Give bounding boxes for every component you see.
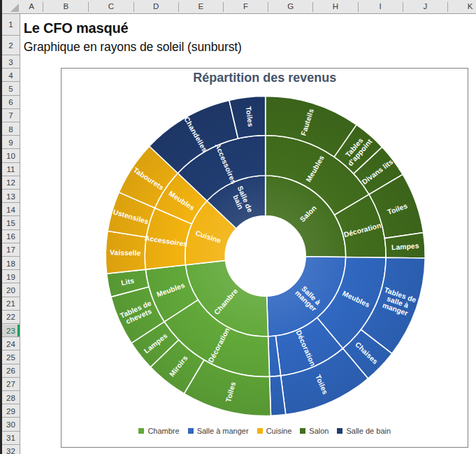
- row-header-28[interactable]: 28: [2, 392, 20, 404]
- cell-a2-subtitle[interactable]: Graphique en rayons de soleil (sunburst): [24, 40, 242, 55]
- column-header-F[interactable]: F: [223, 0, 268, 13]
- legend-swatch-icon: [138, 428, 144, 434]
- row-headers: 1234567891011121314151617181920212223242…: [2, 14, 20, 454]
- row-header-2[interactable]: 2: [2, 36, 20, 55]
- row-header-4[interactable]: 4: [2, 69, 20, 82]
- column-header-C[interactable]: C: [89, 0, 134, 13]
- legend-label: Chambre: [147, 427, 179, 435]
- legend-item-cuisine[interactable]: Cuisine: [257, 427, 292, 435]
- column-header-separator: [223, 2, 224, 12]
- column-header-separator: [403, 2, 403, 12]
- legend-item-chambre[interactable]: Chambre: [138, 427, 179, 435]
- column-header-G[interactable]: G: [268, 0, 313, 13]
- column-header-separator: [134, 2, 134, 12]
- legend-swatch-icon: [337, 428, 342, 434]
- row-header-23[interactable]: 23: [2, 325, 20, 337]
- column-header-separator: [268, 2, 268, 12]
- row-header-16[interactable]: 16: [2, 231, 20, 243]
- row-header-8[interactable]: 8: [2, 123, 20, 136]
- select-all-triangle-icon: [10, 3, 19, 12]
- column-header-A[interactable]: A: [20, 0, 43, 13]
- column-header-separator: [88, 2, 89, 12]
- column-header-J[interactable]: J: [403, 0, 447, 13]
- column-header-separator: [447, 2, 448, 12]
- row-header-3[interactable]: 3: [2, 56, 20, 69]
- select-all-button[interactable]: [2, 0, 20, 14]
- sunburst-chart-object[interactable]: Répartition des revenus SalonMeublesFaut…: [61, 68, 469, 448]
- legend-item-salle-de-bain[interactable]: Salle de bain: [337, 427, 391, 435]
- row-header-31[interactable]: 31: [2, 432, 20, 445]
- column-header-separator: [358, 2, 359, 12]
- column-header-B[interactable]: B: [43, 0, 89, 13]
- legend-label: Cuisine: [266, 427, 292, 435]
- row-header-12[interactable]: 12: [2, 177, 20, 190]
- row-header-11[interactable]: 11: [2, 164, 20, 176]
- column-header-I[interactable]: I: [358, 0, 403, 13]
- column-header-separator: [312, 2, 313, 12]
- legend-swatch-icon: [188, 428, 194, 434]
- row-header-22[interactable]: 22: [2, 311, 20, 324]
- row-header-27[interactable]: 27: [2, 378, 20, 391]
- row-header-18[interactable]: 18: [2, 257, 20, 270]
- legend-swatch-icon: [300, 428, 305, 434]
- row-header-29[interactable]: 29: [2, 405, 20, 418]
- legend-swatch-icon: [257, 428, 263, 434]
- legend-item-salle-manger[interactable]: Salle à manger: [188, 427, 249, 435]
- excel-worksheet: ABCDEFGHIJK 1234567891011121314151617181…: [0, 0, 476, 454]
- legend-label: Salon: [309, 427, 329, 435]
- legend-item-salon[interactable]: Salon: [300, 427, 329, 435]
- row-header-17[interactable]: 17: [2, 244, 20, 257]
- row-header-24[interactable]: 24: [2, 338, 20, 350]
- column-header-D[interactable]: D: [134, 0, 178, 13]
- column-header-E[interactable]: E: [178, 0, 223, 13]
- sheet-area[interactable]: Le CFO masqué Graphique en rayons de sol…: [20, 14, 476, 454]
- row-header-10[interactable]: 10: [2, 150, 20, 162]
- legend-label: Salle à manger: [197, 427, 249, 435]
- chart-legend: ChambreSalle à mangerCuisineSalonSalle d…: [62, 427, 468, 435]
- legend-label: Salle de bain: [346, 427, 391, 435]
- row-header-30[interactable]: 30: [2, 418, 20, 431]
- row-header-9[interactable]: 9: [2, 136, 20, 149]
- row-header-25[interactable]: 25: [2, 351, 20, 364]
- row-header-21[interactable]: 21: [2, 298, 20, 311]
- cell-a1-title[interactable]: Le CFO masqué: [24, 20, 129, 36]
- row-header-15[interactable]: 15: [2, 217, 20, 229]
- row-header-26[interactable]: 26: [2, 365, 20, 378]
- column-header-separator: [178, 2, 179, 12]
- row-header-19[interactable]: 19: [2, 271, 20, 283]
- row-header-5[interactable]: 5: [2, 83, 20, 95]
- row-header-7[interactable]: 7: [2, 110, 20, 122]
- sunburst-plot: SalonMeublesFauteilsTablesd'appointDivan…: [62, 69, 469, 448]
- column-header-H[interactable]: H: [313, 0, 358, 13]
- row-header-1[interactable]: 1: [2, 14, 20, 36]
- slice-label-Vaisselle: Vaisselle: [110, 248, 141, 257]
- row-header-14[interactable]: 14: [2, 204, 20, 216]
- column-headers: ABCDEFGHIJK: [20, 0, 476, 14]
- column-header-K[interactable]: K: [447, 0, 476, 13]
- row-header-6[interactable]: 6: [2, 97, 20, 109]
- row-header-13[interactable]: 13: [2, 190, 20, 203]
- column-header-separator: [43, 2, 43, 12]
- row-header-32[interactable]: 32: [2, 446, 20, 454]
- row-header-20[interactable]: 20: [2, 284, 20, 297]
